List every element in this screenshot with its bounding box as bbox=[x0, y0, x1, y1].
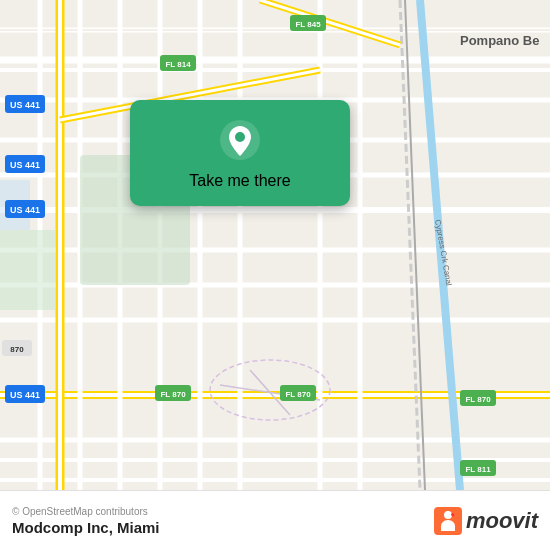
moovit-brand-icon bbox=[434, 507, 462, 535]
location-pin-icon bbox=[218, 118, 262, 162]
svg-text:US 441: US 441 bbox=[10, 100, 40, 110]
svg-text:FL 845: FL 845 bbox=[295, 20, 321, 29]
svg-text:FL 870: FL 870 bbox=[465, 395, 491, 404]
svg-point-67 bbox=[444, 511, 452, 519]
bottom-left-info: © OpenStreetMap contributors Modcomp Inc… bbox=[12, 506, 160, 536]
copyright-text: © OpenStreetMap contributors bbox=[12, 506, 160, 517]
take-me-there-button[interactable]: Take me there bbox=[189, 172, 290, 190]
bottom-bar: © OpenStreetMap contributors Modcomp Inc… bbox=[0, 490, 550, 550]
moovit-wordmark: moovit bbox=[466, 508, 538, 534]
svg-text:US 441: US 441 bbox=[10, 160, 40, 170]
svg-text:FL 870: FL 870 bbox=[160, 390, 186, 399]
map-background: US 441 US 441 US 441 US 441 FL 814 FL 84… bbox=[0, 0, 550, 490]
moovit-logo[interactable]: moovit bbox=[434, 507, 538, 535]
svg-text:FL 870: FL 870 bbox=[285, 390, 311, 399]
svg-text:870: 870 bbox=[10, 345, 24, 354]
location-name: Modcomp Inc, Miami bbox=[12, 519, 160, 536]
svg-point-65 bbox=[235, 132, 245, 142]
map-container: US 441 US 441 US 441 US 441 FL 814 FL 84… bbox=[0, 0, 550, 490]
svg-text:FL 811: FL 811 bbox=[465, 465, 491, 474]
svg-text:FL 814: FL 814 bbox=[165, 60, 191, 69]
take-me-there-popup[interactable]: Take me there bbox=[130, 100, 350, 206]
svg-text:US 441: US 441 bbox=[10, 205, 40, 215]
svg-text:US 441: US 441 bbox=[10, 390, 40, 400]
svg-rect-34 bbox=[0, 230, 55, 310]
svg-text:Pompano Be: Pompano Be bbox=[460, 33, 539, 48]
